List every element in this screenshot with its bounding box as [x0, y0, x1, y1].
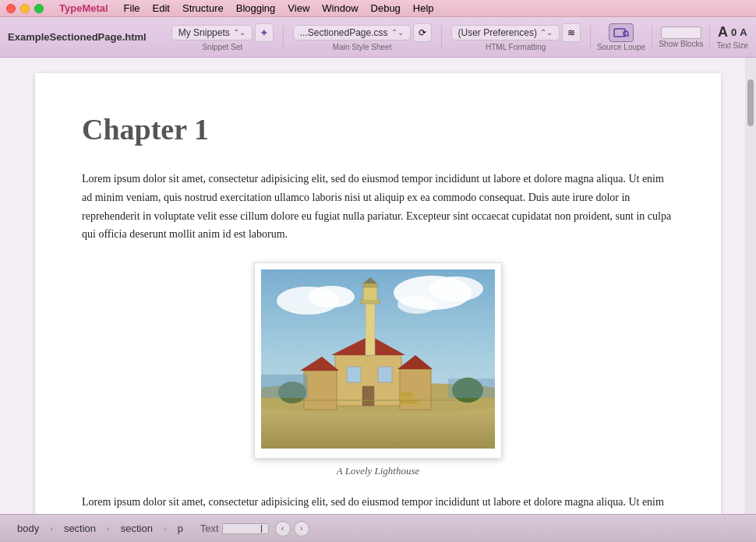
breadcrumb-section-1[interactable]: section — [56, 520, 104, 537]
snippet-set-group: My Snippets ⌃⌄ ✦ Snippet Set — [171, 23, 274, 51]
minimize-button[interactable] — [20, 4, 30, 13]
svg-rect-31 — [261, 375, 308, 398]
lighthouse-image — [261, 269, 495, 449]
svg-rect-23 — [363, 283, 377, 287]
snippet-set-arrows: ⌃⌄ — [233, 28, 246, 37]
scrollbar-thumb[interactable] — [747, 79, 754, 126]
chapter-title: Chapter 1 — [82, 112, 674, 146]
text-size-large-a[interactable]: A — [718, 24, 728, 40]
formatting-group: (User Preferences) ⌃⌄ ≋ HTML Formatting — [451, 23, 581, 51]
svg-rect-20 — [366, 302, 375, 355]
menu-debug[interactable]: Debug — [365, 2, 407, 15]
paragraph-1[interactable]: Lorem ipsum dolor sit amet, consectetur … — [82, 170, 674, 244]
cursor-position-bar[interactable] — [222, 523, 269, 534]
text-size-zero: 0 — [731, 26, 737, 38]
document-title: ExampleSectionedPage.html — [8, 31, 147, 43]
breadcrumb-section-2[interactable]: section — [113, 520, 161, 537]
nav-arrows: ‹ › — [275, 521, 309, 537]
svg-rect-16 — [304, 371, 337, 410]
sep2 — [441, 25, 442, 50]
sep-bc-1: › — [50, 524, 53, 533]
menu-help[interactable]: Help — [407, 2, 440, 15]
figure-caption: A Lovely Lighthouse — [337, 465, 420, 477]
sep5 — [709, 25, 710, 50]
breadcrumb-body[interactable]: body — [9, 520, 47, 537]
menu-window[interactable]: Window — [316, 2, 364, 15]
paragraph-2[interactable]: Lorem ipsum dolor sit amet, consectetur … — [82, 493, 674, 514]
page-content: Chapter 1 Lorem ipsum dolor sit amet, co… — [35, 73, 721, 514]
sep-bc-3: › — [164, 524, 167, 533]
style-arrows: ⌃⌄ — [391, 28, 404, 37]
title-bar: TypeMetal File Edit Structure Blogging V… — [0, 0, 756, 17]
formatting-icon-button[interactable]: ≋ — [562, 23, 581, 42]
text-size-group: A 0 A Text Size — [716, 24, 748, 50]
breadcrumb-p[interactable]: p — [170, 520, 191, 537]
menu-edit[interactable]: Edit — [147, 2, 176, 15]
svg-rect-26 — [400, 396, 415, 400]
text-size-controls: A 0 A — [718, 24, 747, 40]
svg-point-7 — [429, 276, 483, 301]
snippet-set-sublabel: Snippet Set — [202, 43, 242, 51]
menu-view[interactable]: View — [281, 2, 316, 15]
traffic-lights — [6, 4, 44, 13]
svg-rect-27 — [400, 392, 412, 396]
svg-rect-25 — [400, 400, 419, 404]
text-label: Text — [200, 523, 219, 534]
show-blocks-bar[interactable] — [661, 26, 701, 39]
figure-frame — [254, 262, 502, 459]
svg-rect-15 — [362, 386, 374, 406]
sep4 — [652, 25, 652, 50]
cursor-indicator — [261, 525, 262, 533]
svg-rect-32 — [448, 378, 495, 398]
formatting-sublabel: HTML Formatting — [486, 43, 546, 51]
formatting-button[interactable]: (User Preferences) ⌃⌄ — [451, 25, 560, 40]
text-size-small-a[interactable]: A — [740, 26, 747, 38]
text-size-label: Text Size — [716, 41, 748, 50]
formatting-arrows: ⌃⌄ — [540, 28, 553, 37]
style-sheet-label: ...SectionedPage.css — [300, 27, 388, 38]
text-cursor-area: Text — [200, 523, 269, 534]
svg-point-5 — [308, 286, 355, 308]
show-blocks-label: Show Blocks — [659, 40, 703, 48]
show-blocks-group: Show Blocks — [659, 26, 703, 48]
toolbar: ExampleSectionedPage.html My Snippets ⌃⌄… — [0, 17, 756, 58]
svg-rect-14 — [378, 367, 392, 382]
menu-bar: TypeMetal File Edit Structure Blogging V… — [53, 2, 440, 15]
sep1 — [283, 25, 284, 50]
source-loupe-label: Source Loupe — [597, 43, 645, 51]
snippet-set-label: My Snippets — [178, 27, 230, 38]
svg-rect-13 — [347, 367, 361, 382]
app-name: TypeMetal — [53, 2, 115, 15]
style-icon-button[interactable]: ⟳ — [413, 23, 432, 42]
source-loupe-button[interactable]: Source Loupe — [597, 23, 645, 51]
sep-bc-2: › — [107, 524, 110, 533]
menu-structure[interactable]: Structure — [176, 2, 230, 15]
menu-blogging[interactable]: Blogging — [230, 2, 282, 15]
next-arrow[interactable]: › — [294, 521, 309, 537]
style-sheet-group: ...SectionedPage.css ⌃⌄ ⟳ Main Style She… — [293, 23, 432, 51]
formatting-label: (User Preferences) — [458, 27, 537, 38]
scroll-area[interactable]: Chapter 1 Lorem ipsum dolor sit amet, co… — [12, 58, 744, 514]
svg-point-8 — [397, 295, 436, 314]
snippet-icon-button[interactable]: ✦ — [255, 23, 274, 42]
menu-file[interactable]: File — [118, 2, 147, 15]
snippet-set-button[interactable]: My Snippets ⌃⌄ — [171, 25, 253, 40]
close-button[interactable] — [6, 4, 16, 13]
main-content-area: Chapter 1 Lorem ipsum dolor sit amet, co… — [0, 58, 756, 514]
source-loupe-icon — [609, 23, 634, 42]
figure-area: A Lovely Lighthouse — [254, 262, 502, 477]
status-bar: body › section › section › p Text ‹ › — [0, 514, 756, 542]
sep3 — [590, 25, 591, 50]
svg-rect-22 — [363, 287, 377, 301]
style-sheet-sublabel: Main Style Sheet — [333, 43, 392, 51]
zoom-button[interactable] — [34, 4, 44, 13]
scrollbar[interactable] — [745, 58, 756, 514]
prev-arrow[interactable]: ‹ — [275, 521, 291, 537]
style-sheet-button[interactable]: ...SectionedPage.css ⌃⌄ — [293, 25, 411, 40]
svg-point-1 — [624, 31, 628, 36]
svg-line-2 — [627, 35, 629, 37]
